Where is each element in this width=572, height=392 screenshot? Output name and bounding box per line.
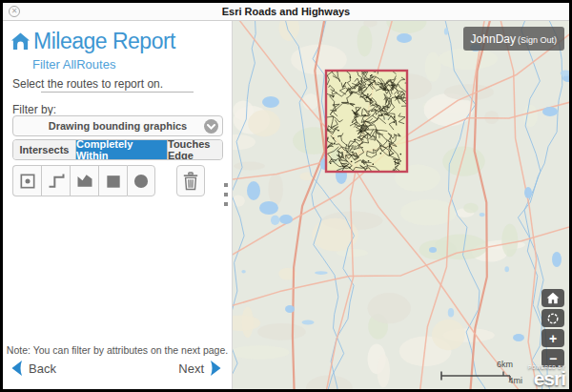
rectangle-icon	[104, 172, 123, 191]
scale-line	[440, 371, 517, 382]
filter-method-dropdown[interactable]: Drawing bounding graphics	[12, 115, 223, 136]
draw-circle-tool[interactable]	[127, 165, 155, 196]
draw-toolbar	[12, 165, 205, 196]
tab-intersects[interactable]: Intersects	[13, 140, 76, 159]
esri-logo: POWERED BY esri	[528, 365, 565, 388]
next-label: Next	[178, 361, 204, 376]
filter-allroutes-link[interactable]: Filter AllRoutes	[32, 57, 115, 72]
back-button[interactable]: Back	[10, 360, 61, 377]
instruction-text: Select the routes to report on.	[12, 77, 163, 91]
scale-bar: 6km 4mi	[440, 360, 517, 384]
username-label: JohnDay	[471, 32, 516, 46]
close-icon[interactable]: ✕	[9, 6, 20, 17]
scale-km-label: 6km	[497, 360, 513, 369]
tab-touches-edge[interactable]: Touches Edge	[168, 140, 222, 159]
draw-rectangle-tool[interactable]	[98, 165, 127, 196]
scale-mi-label: 4mi	[508, 376, 522, 385]
home-icon	[10, 31, 31, 52]
mileage-report-panel: Mileage Report Filter AllRoutes Select t…	[3, 21, 233, 389]
arrow-left-icon	[10, 360, 24, 377]
locate-icon	[546, 312, 560, 325]
draw-polygon-tool[interactable]	[70, 165, 98, 196]
zoom-in-button[interactable]: +	[541, 329, 564, 347]
map-view[interactable]: JohnDay(Sign Out) + − 6km	[233, 21, 569, 389]
home-extent-icon	[546, 292, 560, 304]
page-title: Mileage Report	[33, 29, 175, 54]
esri-brand-label: esri	[534, 367, 565, 389]
polyline-icon	[47, 172, 66, 191]
app-window: ✕ Esri Roads and Highways Mileage Report…	[0, 0, 572, 392]
circle-icon	[132, 172, 151, 191]
note-text: Note: You can filter by attributes on th…	[3, 344, 232, 356]
tab-completely-within[interactable]: Completely Within	[76, 140, 168, 159]
dropdown-selected-value: Drawing bounding graphics	[49, 120, 187, 132]
panel-header: Mileage Report	[10, 29, 175, 54]
next-button[interactable]: Next	[174, 360, 222, 377]
chevron-down-icon	[204, 119, 218, 134]
trash-icon	[182, 172, 199, 191]
map-controls: + −	[541, 289, 564, 369]
filter-by-label: Filter by:	[12, 103, 56, 116]
back-label: Back	[29, 361, 56, 376]
titlebar: ✕ Esri Roads and Highways	[3, 3, 569, 21]
home-extent-button[interactable]	[541, 289, 564, 307]
locate-button[interactable]	[541, 309, 564, 327]
basemap[interactable]	[233, 21, 569, 389]
delete-graphics-button[interactable]	[176, 165, 205, 196]
panel-collapse-handle[interactable]	[224, 183, 230, 212]
divider	[41, 92, 194, 93]
arrow-right-icon	[209, 360, 222, 377]
sign-out-link[interactable]: (Sign Out)	[518, 35, 557, 45]
polygon-icon	[75, 172, 94, 191]
draw-point-tool[interactable]	[12, 165, 41, 196]
point-icon	[18, 172, 37, 191]
app-title: Esri Roads and Highways	[3, 3, 569, 20]
user-button[interactable]: JohnDay(Sign Out)	[463, 27, 564, 51]
spatial-relation-tabs: Intersects Completely Within Touches Edg…	[12, 139, 223, 160]
draw-polyline-tool[interactable]	[41, 165, 70, 196]
